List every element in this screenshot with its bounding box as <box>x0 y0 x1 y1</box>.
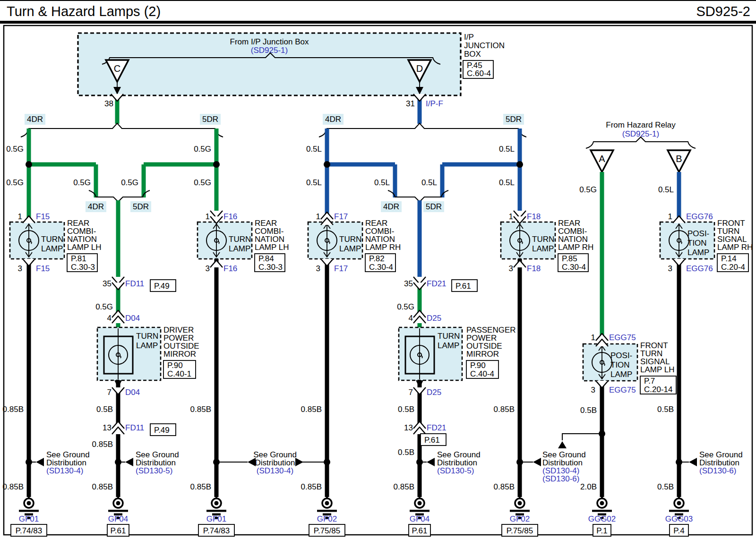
connector-c-letter: C <box>114 63 120 74</box>
wire-junction-dot <box>324 161 330 168</box>
ground-ref: P.75/85 <box>507 526 533 535</box>
pin-number: 3 <box>668 264 672 273</box>
connector-name[interactable]: F18 <box>527 212 541 221</box>
connector-chevron <box>210 260 223 267</box>
ip-junction-box: From I/P Junction Box (SD925-1) C D I/P … <box>78 33 505 95</box>
lead-arrow <box>114 380 122 388</box>
component-label: LAMP <box>229 244 250 253</box>
ground-name[interactable]: GF02 <box>510 514 530 523</box>
wire-gauge-label: 0.5B <box>657 405 674 414</box>
connector-name[interactable]: D25 <box>427 314 441 323</box>
connector-name[interactable]: D25 <box>427 388 441 397</box>
component-desc: MIRROR <box>466 350 499 359</box>
connector-name[interactable]: F17 <box>334 264 348 273</box>
note-link[interactable]: (SD130-5) <box>437 466 474 475</box>
connector-name[interactable]: F18 <box>527 264 541 273</box>
ref-page: P.82 <box>369 254 385 263</box>
ref-conn: C.40-1 <box>167 369 191 378</box>
pin-number: 1 <box>18 212 22 221</box>
harness-tag: 5DR <box>133 202 149 211</box>
ref-conn: C.30-4 <box>562 263 586 272</box>
pin-number: 13 <box>404 423 413 432</box>
ground-name[interactable]: GF01 <box>206 514 227 523</box>
blue-turn-harness: 31 I/P-F 4DR 5DR 0.5L 0.5L 0.5L 0.5L 0.5… <box>306 94 526 327</box>
component-label: TURN <box>339 235 361 244</box>
wire-gauge-label: 0.85B <box>190 405 211 414</box>
note-link[interactable]: (SD130-6) <box>699 466 736 475</box>
wire-gauge-label: 0.5G <box>6 145 24 154</box>
connector-chevron <box>596 381 608 388</box>
connector-name[interactable]: FD11 <box>125 279 144 288</box>
front-turn-signal-lamp-rh-egg76: 1 EGG76 3 EGG76 POSI- TION LAMP FRONT TU… <box>660 212 753 273</box>
connector-chevron <box>112 421 124 434</box>
connector-a-letter: A <box>599 154 605 164</box>
ground-name[interactable]: GGG02 <box>588 514 616 523</box>
rear-combination-lamp-lh-f16: 1 F16 3 F16 TURN LAMP REAR COMBI- NATION… <box>198 211 289 273</box>
component-label: LAMP <box>610 370 632 379</box>
connector-name[interactable]: F16 <box>223 264 237 273</box>
connector-name[interactable]: FD21 <box>427 423 447 432</box>
connector-name[interactable]: EGG76 <box>686 212 713 221</box>
connector-name[interactable]: D04 <box>125 314 140 323</box>
pin-number: 7 <box>409 388 413 397</box>
connector-chevron <box>413 421 426 434</box>
passenger-power-outside-mirror: 35 FD21 P.61 0.5G 4 D25 TURN LAMP PASSEN… <box>397 277 515 457</box>
ground-name[interactable]: GF01 <box>19 514 39 523</box>
ground-name[interactable]: GGG03 <box>665 514 693 523</box>
pin-number: 1 <box>206 212 210 221</box>
component-label: POSI- <box>687 229 709 238</box>
ground-name[interactable]: GF02 <box>317 514 337 523</box>
page-code: SD925-2 <box>696 4 750 19</box>
harness-tag: 5DR <box>202 115 218 124</box>
wire-gauge-label: 0.85B <box>92 440 113 449</box>
ref-page: P.85 <box>562 254 577 263</box>
ground-name[interactable]: GF04 <box>410 514 430 523</box>
connector-name[interactable]: F15 <box>36 264 50 273</box>
branch-brace <box>319 123 526 137</box>
ref-page: P.61 <box>424 436 440 445</box>
note-link[interactable]: (SD130-6) <box>542 474 579 483</box>
component-label: LAMP <box>136 341 158 350</box>
component-label: POSI- <box>610 351 632 360</box>
connector-name[interactable]: FD11 <box>125 423 144 432</box>
rear-combination-lamp-rh-f17: 1 F17 3 F17 TURN LAMP REAR COMBI- NATION… <box>308 212 401 273</box>
wire-gauge-label: 0.85B <box>394 482 414 491</box>
ground-ref: P.61 <box>111 526 126 535</box>
connector-name[interactable]: EGG76 <box>686 264 713 273</box>
connector-name[interactable]: F17 <box>334 212 348 221</box>
ref-conn: C.20-4 <box>721 263 745 272</box>
connector-name[interactable]: D04 <box>125 388 140 397</box>
connector-name[interactable]: EGG75 <box>609 386 636 394</box>
pin-number: 1 <box>509 212 513 221</box>
lead-arrow <box>416 380 423 388</box>
wire-gauge-label: 0.85B <box>494 405 515 414</box>
pin-number: 1 <box>591 333 595 342</box>
connector-name[interactable]: F16 <box>223 212 237 221</box>
wire-gauge-label: 0.5L <box>421 178 437 187</box>
connector-chevron <box>413 310 426 323</box>
ground-name[interactable]: GF04 <box>108 514 129 523</box>
connector-chevron <box>23 259 35 266</box>
wire-gauge-label: 0.5L <box>306 178 322 187</box>
wire-gauge-label: 0.5G <box>73 178 91 187</box>
title-separator <box>0 21 756 24</box>
pin-number: 31 <box>406 99 415 108</box>
hazard-caption: From Hazard Relay <box>606 120 676 129</box>
note-link[interactable]: (SD130-4) <box>257 466 293 475</box>
ground-ref: P.74/83 <box>16 526 42 535</box>
connector-chevron <box>673 259 685 266</box>
note-link[interactable]: (SD130-5) <box>136 466 172 475</box>
pin-number: 3 <box>316 264 320 273</box>
wire-name-label[interactable]: I/P-F <box>426 99 443 108</box>
connector-chevron <box>23 216 35 223</box>
connector-name[interactable]: EGG75 <box>609 333 636 342</box>
component-label: LAMP <box>687 248 709 257</box>
pin-number: 4 <box>409 314 413 323</box>
ref-page: P.49 <box>154 426 170 435</box>
ref-page: P.61 <box>455 282 471 291</box>
connector-name[interactable]: F15 <box>36 212 50 221</box>
connector-name[interactable]: FD21 <box>427 279 447 288</box>
component-label: LAMP <box>41 244 63 253</box>
ref-page: P.84 <box>258 254 274 263</box>
note-link[interactable]: (SD130-4) <box>46 466 83 475</box>
